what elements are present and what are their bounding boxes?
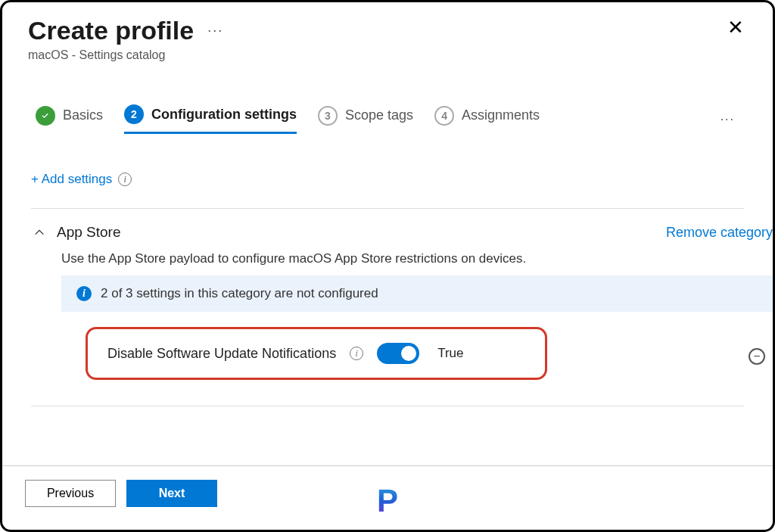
title-more-icon[interactable]: ··· xyxy=(207,23,223,39)
steps-more-icon[interactable]: ··· xyxy=(721,113,739,126)
step-label: Scope tags xyxy=(345,107,413,123)
info-icon: i xyxy=(76,286,92,301)
step-number-icon: 2 xyxy=(124,104,144,124)
info-icon[interactable]: i xyxy=(118,173,132,186)
category-app-store: App Store Remove category Use the App St… xyxy=(2,209,773,380)
step-configuration-settings[interactable]: 2 Configuration settings xyxy=(124,104,297,134)
remove-setting-icon[interactable]: − xyxy=(749,348,765,365)
toggle-switch[interactable] xyxy=(377,343,419,364)
info-banner-text: 2 of 3 settings in this category are not… xyxy=(101,286,378,301)
step-scope-tags[interactable]: 3 Scope tags xyxy=(318,106,413,133)
page-title: Create profile xyxy=(28,16,194,45)
page-subtitle: macOS - Settings catalog xyxy=(28,48,223,62)
close-icon[interactable]: ✕ xyxy=(727,16,747,39)
chevron-up-icon[interactable] xyxy=(34,227,45,238)
setting-row-highlighted: Disable Software Update Notifications i … xyxy=(86,327,547,380)
step-basics[interactable]: Basics xyxy=(36,106,103,133)
step-label: Basics xyxy=(63,107,103,123)
step-number-icon: 3 xyxy=(318,106,338,126)
remove-category-link[interactable]: Remove category xyxy=(666,225,773,241)
category-title: App Store xyxy=(57,224,121,241)
step-label: Configuration settings xyxy=(151,107,297,123)
next-button[interactable]: Next xyxy=(126,480,217,507)
steps-nav: Basics 2 Configuration settings 3 Scope … xyxy=(2,67,773,134)
step-assignments[interactable]: 4 Assignments xyxy=(434,106,540,133)
previous-button[interactable]: Previous xyxy=(25,480,116,507)
brand-logo: P xyxy=(377,483,398,519)
header: Create profile ··· macOS - Settings cata… xyxy=(2,2,773,67)
add-settings-link[interactable]: + Add settings xyxy=(31,172,112,187)
divider xyxy=(31,406,744,406)
info-banner: i 2 of 3 settings in this category are n… xyxy=(61,275,773,312)
toggle-value-label: True xyxy=(437,346,463,361)
step-label: Assignments xyxy=(462,107,540,123)
checkmark-icon xyxy=(36,106,55,126)
setting-label: Disable Software Update Notifications xyxy=(107,346,336,362)
info-icon[interactable]: i xyxy=(350,347,363,360)
step-number-icon: 4 xyxy=(434,106,454,126)
category-description: Use the App Store payload to configure m… xyxy=(61,251,773,266)
